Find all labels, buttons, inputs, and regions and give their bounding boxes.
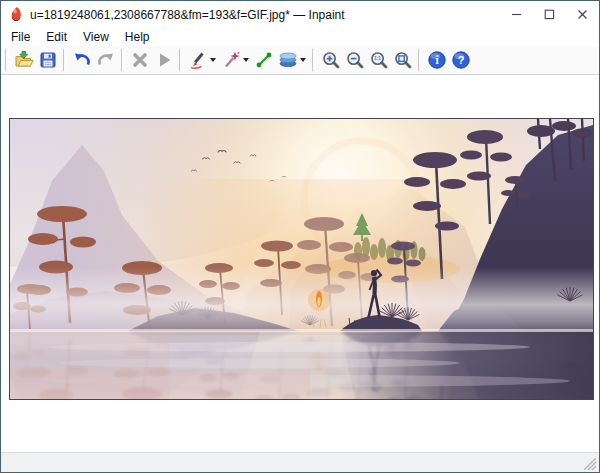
magic-wand-tool-button[interactable] <box>219 48 243 72</box>
toolbar-separator <box>418 49 422 71</box>
close-button[interactable] <box>566 1 599 28</box>
cancel-button[interactable] <box>128 48 152 72</box>
minimize-button[interactable] <box>500 1 533 28</box>
resize-grip[interactable] <box>584 458 597 471</box>
menu-file[interactable]: File <box>3 28 38 46</box>
green-polyline-icon <box>254 50 274 70</box>
toolbar-separator <box>179 49 183 71</box>
cancel-x-icon <box>130 50 150 70</box>
minimize-icon <box>511 9 522 20</box>
landscape-upper-scene <box>10 119 593 335</box>
toolbar-separator <box>312 49 316 71</box>
maximize-icon <box>544 9 555 20</box>
zoom-out-icon <box>345 50 365 70</box>
help-button[interactable]: ? <box>449 48 473 72</box>
close-icon <box>577 9 588 20</box>
undo-button[interactable] <box>70 48 94 72</box>
zoom-actual-icon: 1:1 <box>369 50 389 70</box>
landscape-image[interactable] <box>10 119 593 399</box>
redo-arrow-icon <box>96 50 116 70</box>
maximize-button[interactable] <box>533 1 566 28</box>
title-bar: u=1819248061,2308667788&fm=193&f=GIF.jpg… <box>1 1 599 28</box>
undo-arrow-icon <box>72 50 92 70</box>
toolbar-separator <box>121 49 125 71</box>
menu-edit[interactable]: Edit <box>38 28 75 46</box>
zoom-actual-label: 1:1 <box>374 56 381 61</box>
image-frame <box>9 118 594 400</box>
about-button[interactable]: i <box>425 48 449 72</box>
magic-wand-icon <box>221 50 241 70</box>
menu-bar: File Edit View Help <box>1 28 599 46</box>
open-button[interactable] <box>12 48 36 72</box>
zoom-in-button[interactable] <box>319 48 343 72</box>
campfire-flame <box>308 289 330 311</box>
help-icon: ? <box>451 50 471 70</box>
lasso-tool-button[interactable] <box>252 48 276 72</box>
window-title: u=1819248061,2308667788&fm=193&f=GIF.jpg… <box>30 8 500 22</box>
play-icon <box>154 50 174 70</box>
magic-wand-dropdown-arrow[interactable] <box>243 58 249 62</box>
redo-button[interactable] <box>94 48 118 72</box>
zoom-out-button[interactable] <box>343 48 367 72</box>
marker-tool-button[interactable] <box>186 48 210 72</box>
marker-pencil-icon <box>188 50 208 70</box>
editor-canvas <box>1 75 599 452</box>
zoom-in-icon <box>321 50 341 70</box>
zoom-actual-button[interactable]: 1:1 <box>367 48 391 72</box>
run-inpaint-button[interactable] <box>152 48 176 72</box>
zoom-fit-icon <box>393 50 413 70</box>
layers-stack-icon <box>278 50 298 70</box>
status-bar <box>1 452 599 472</box>
layers-tool-button[interactable] <box>276 48 300 72</box>
window-controls <box>500 1 599 28</box>
menu-view[interactable]: View <box>75 28 117 46</box>
layers-dropdown-arrow[interactable] <box>300 58 306 62</box>
marker-dropdown-arrow[interactable] <box>210 58 216 62</box>
inpaint-window: u=1819248061,2308667788&fm=193&f=GIF.jpg… <box>0 0 600 473</box>
folder-open-icon <box>14 50 34 70</box>
inpaint-eraser-icon <box>9 6 24 23</box>
save-floppy-icon <box>38 50 58 70</box>
menu-help[interactable]: Help <box>117 28 158 46</box>
zoom-fit-button[interactable] <box>391 48 415 72</box>
help-glyph: ? <box>458 54 465 66</box>
toolbar-separator <box>5 49 9 71</box>
save-button[interactable] <box>36 48 60 72</box>
toolbar: 1:1 i ? <box>1 46 599 75</box>
toolbar-separator <box>63 49 67 71</box>
info-icon: i <box>427 50 447 70</box>
